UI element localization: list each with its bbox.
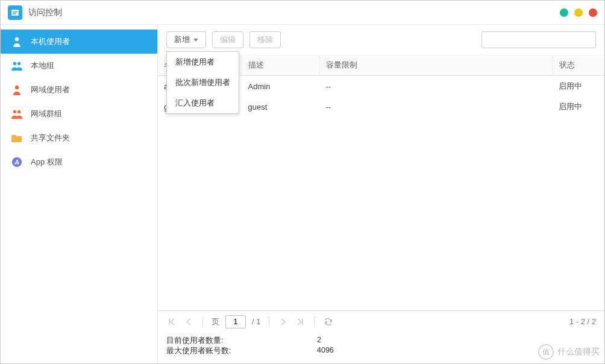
svg-point-3 (15, 37, 19, 41)
sidebar-item-label: 本机使用者 (31, 36, 70, 47)
window-controls (560, 8, 597, 17)
cell-status: 启用中 (553, 96, 604, 117)
close-button[interactable] (589, 8, 597, 17)
separator (314, 316, 315, 327)
pager: 页 / 1 1 - 2 / 2 (158, 310, 604, 332)
chevron-down-icon (193, 39, 198, 42)
window-title: 访问控制 (28, 7, 62, 18)
group-icon (11, 108, 22, 119)
svg-rect-0 (11, 10, 19, 16)
svg-point-6 (15, 86, 19, 89)
current-users-value: 2 (317, 336, 321, 346)
svg-text:A: A (14, 158, 19, 166)
add-button-label: 新增 (174, 34, 190, 45)
current-users-label: 目前使用者数量: (166, 336, 317, 346)
refresh-button[interactable] (323, 316, 334, 327)
cell-quota: -- (319, 76, 553, 97)
sidebar-item-shared-folders[interactable]: 共享文件夹 (1, 126, 157, 150)
pager-range: 1 - 2 / 2 (569, 317, 596, 326)
person-icon (11, 84, 22, 95)
main-panel: 新增 编辑 移除 新增使用者 批次新增使用者 汇入使用者 名称 描述 (157, 25, 604, 363)
cell-desc: Admin (242, 76, 320, 97)
separator (269, 316, 269, 327)
max-users-value: 4096 (317, 346, 334, 356)
add-dropdown: 新增使用者 批次新增使用者 汇入使用者 (166, 51, 239, 114)
sidebar-item-local-users[interactable]: 本机使用者 (1, 30, 157, 54)
next-page-button[interactable] (278, 316, 289, 327)
add-button[interactable]: 新增 (166, 31, 206, 48)
page-label: 页 (212, 316, 219, 327)
cell-quota: -- (319, 96, 553, 117)
total-pages: / 1 (252, 317, 260, 326)
remove-button[interactable]: 移除 (249, 31, 281, 48)
app-icon: A (11, 157, 22, 168)
footer-info: 目前使用者数量: 2 最大使用者账号数: 4096 (158, 332, 604, 363)
svg-point-4 (13, 62, 16, 65)
search-input[interactable] (491, 36, 592, 45)
sidebar-item-domain-groups[interactable]: 网域群组 (1, 102, 157, 126)
folder-icon (11, 133, 22, 143)
col-header-status[interactable]: 状态 (553, 55, 604, 76)
sidebar-item-label: 本地组 (31, 60, 54, 71)
svg-rect-1 (13, 11, 17, 13)
separator (202, 316, 203, 327)
sidebar: 本机使用者 本地组 网域使用者 网域群组 共享文件夹 A App 权限 (1, 25, 157, 363)
prev-page-button[interactable] (183, 316, 194, 327)
cell-status: 启用中 (553, 76, 604, 97)
col-header-desc[interactable]: 描述 (242, 55, 320, 76)
sidebar-item-domain-users[interactable]: 网域使用者 (1, 78, 157, 102)
group-icon (11, 60, 22, 71)
person-icon (11, 36, 22, 47)
sidebar-item-label: 网域群组 (31, 108, 62, 119)
minimize-button[interactable] (560, 8, 568, 17)
titlebar: 访问控制 (1, 1, 604, 25)
col-header-quota[interactable]: 容量限制 (319, 55, 553, 76)
sidebar-item-app-permissions[interactable]: A App 权限 (1, 150, 157, 174)
dropdown-item-batch-new-user[interactable]: 批次新增使用者 (167, 72, 239, 93)
sidebar-item-label: App 权限 (31, 157, 63, 168)
edit-button[interactable]: 编辑 (212, 31, 243, 48)
maximize-button[interactable] (574, 8, 583, 17)
svg-point-7 (13, 110, 16, 113)
svg-point-5 (17, 62, 20, 65)
sidebar-item-label: 网域使用者 (31, 84, 70, 95)
first-page-button[interactable] (166, 316, 177, 327)
page-input[interactable] (225, 315, 246, 328)
cell-desc: guest (242, 96, 320, 117)
last-page-button[interactable] (295, 316, 306, 327)
max-users-label: 最大使用者账号数: (166, 346, 317, 356)
sidebar-item-local-groups[interactable]: 本地组 (1, 54, 157, 78)
app-icon (8, 5, 22, 20)
dropdown-item-new-user[interactable]: 新增使用者 (167, 52, 239, 72)
dropdown-item-import-user[interactable]: 汇入使用者 (167, 93, 239, 113)
sidebar-item-label: 共享文件夹 (31, 133, 70, 143)
svg-point-8 (17, 110, 20, 113)
search-box[interactable] (481, 31, 596, 48)
toolbar: 新增 编辑 移除 新增使用者 批次新增使用者 汇入使用者 (158, 25, 604, 55)
svg-rect-2 (13, 13, 16, 14)
